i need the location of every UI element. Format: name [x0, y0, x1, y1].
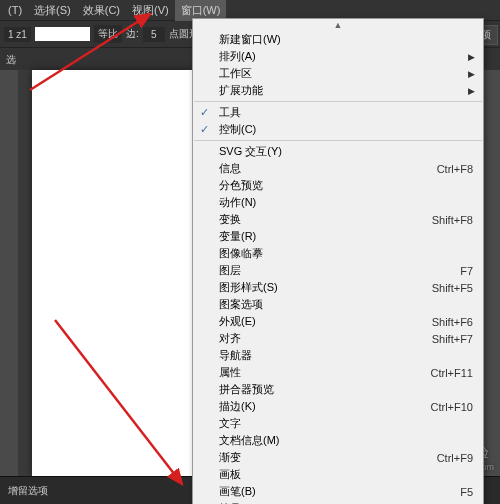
menu-document-info[interactable]: 文档信息(M)	[193, 432, 483, 449]
menu-control[interactable]: ✓控制(C)	[193, 121, 483, 138]
zoom-field[interactable]: 1 z1	[4, 27, 31, 42]
menu-svg-interactivity[interactable]: SVG 交互(Y)	[193, 143, 483, 160]
menubar: (T) 选择(S) 效果(C) 视图(V) 窗口(W)	[0, 0, 500, 20]
submenu-arrow-icon: ▶	[468, 69, 475, 79]
menu-actions[interactable]: 动作(N)	[193, 194, 483, 211]
menu-navigator[interactable]: 导航器	[193, 347, 483, 364]
stroke-preview[interactable]	[35, 27, 90, 41]
menu-flattener-preview[interactable]: 拼合器预览	[193, 381, 483, 398]
menu-artboards[interactable]: 画板	[193, 466, 483, 483]
menu-variables[interactable]: 变量(R)	[193, 228, 483, 245]
menu-info[interactable]: 信息Ctrl+F8	[193, 160, 483, 177]
status-left[interactable]: 增留选项	[0, 484, 56, 498]
scale-mode[interactable]: 等比	[94, 25, 122, 43]
menu-workspace[interactable]: 工作区▶	[193, 65, 483, 82]
menu-effect[interactable]: 效果(C)	[77, 0, 126, 21]
menu-transform[interactable]: 变换Shift+F8	[193, 211, 483, 228]
submenu-arrow-icon: ▶	[468, 52, 475, 62]
menu-pattern-options[interactable]: 图案选项	[193, 296, 483, 313]
menu-arrange[interactable]: 排列(A)▶	[193, 48, 483, 65]
menu-separator	[194, 140, 482, 141]
menu-image-trace[interactable]: 图像临摹	[193, 245, 483, 262]
menu-new-window[interactable]: 新建窗口(W)	[193, 31, 483, 48]
menu-layers[interactable]: 图层F7	[193, 262, 483, 279]
window-menu-dropdown: ▲ 新建窗口(W) 排列(A)▶ 工作区▶ 扩展功能▶ ✓工具 ✓控制(C) S…	[192, 18, 484, 504]
menu-stroke[interactable]: 描边(K)Ctrl+F10	[193, 398, 483, 415]
document-tab[interactable]: 选	[0, 50, 22, 70]
menu-select[interactable]: 选择(S)	[28, 0, 77, 21]
menu-type[interactable]: 文字	[193, 415, 483, 432]
menu-separation-preview[interactable]: 分色预览	[193, 177, 483, 194]
menu-graphic-styles[interactable]: 图形样式(S)Shift+F5	[193, 279, 483, 296]
check-icon: ✓	[200, 123, 209, 136]
shape-sides: 边:	[126, 27, 139, 41]
menu-align[interactable]: 对齐Shift+F7	[193, 330, 483, 347]
menu-view[interactable]: 视图(V)	[126, 0, 175, 21]
menu-symbols[interactable]: 符号Shift+Ctrl+F11	[193, 500, 483, 504]
menu-brushes[interactable]: 画笔(B)F5	[193, 483, 483, 500]
menu-attributes[interactable]: 属性Ctrl+F11	[193, 364, 483, 381]
check-icon: ✓	[200, 106, 209, 119]
sides-value[interactable]: 5	[143, 27, 165, 42]
artboard[interactable]	[32, 70, 192, 476]
menu-tools[interactable]: ✓工具	[193, 104, 483, 121]
submenu-arrow-icon: ▶	[468, 86, 475, 96]
menu-appearance[interactable]: 外观(E)Shift+F6	[193, 313, 483, 330]
menu-t[interactable]: (T)	[2, 1, 28, 19]
menu-extension[interactable]: 扩展功能▶	[193, 82, 483, 99]
scroll-up-arrow[interactable]: ▲	[193, 19, 483, 31]
menu-separator	[194, 101, 482, 102]
ruler-vertical	[18, 70, 32, 476]
menu-gradient[interactable]: 渐变Ctrl+F9	[193, 449, 483, 466]
